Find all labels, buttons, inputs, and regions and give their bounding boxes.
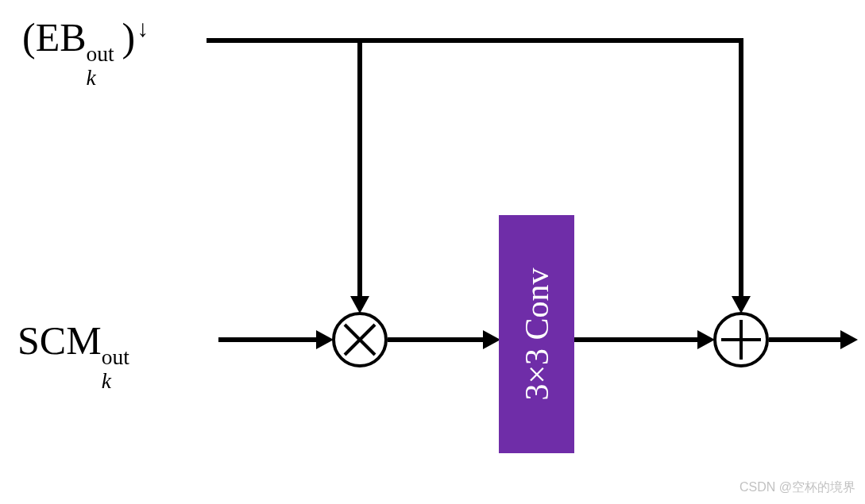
add-op xyxy=(713,312,769,367)
input-eb-label: (EB out k )↓ xyxy=(22,14,149,60)
line-eb-horizontal xyxy=(207,38,741,43)
input-scm-label: SCM out k xyxy=(17,317,137,364)
arrow-conv-to-add xyxy=(697,330,715,349)
line-add-to-output xyxy=(769,337,842,342)
scm-sup: out xyxy=(102,344,129,370)
line-eb-to-add xyxy=(739,38,743,298)
watermark-text: CSDN @空杯的境界 xyxy=(739,479,855,496)
arrow-eb-to-add xyxy=(732,296,751,314)
line-eb-to-multiply xyxy=(357,38,362,298)
line-multiply-to-conv xyxy=(388,337,485,342)
line-scm-to-multiply xyxy=(218,337,318,342)
eb-sup: out xyxy=(87,41,114,67)
eb-sub: k xyxy=(87,65,96,90)
arrow-scm-to-multiply xyxy=(316,330,334,349)
eb-suffix: ) xyxy=(122,15,136,60)
eb-down-arrow-glyph: ↓ xyxy=(137,15,149,42)
scm-prefix: SCM xyxy=(17,318,102,363)
multiply-icon xyxy=(335,315,384,364)
plus-vertical xyxy=(739,320,743,360)
eb-prefix: (EB xyxy=(22,15,87,60)
multiply-op xyxy=(332,312,388,367)
arrow-eb-to-multiply xyxy=(350,296,369,314)
arrow-output xyxy=(840,330,858,349)
diagram-stage: (EB out k )↓ SCM out k 3×3 Conv xyxy=(0,0,865,504)
conv-block-label: 3×3 Conv xyxy=(518,267,556,400)
arrow-multiply-to-conv xyxy=(483,330,500,349)
scm-sub: k xyxy=(102,368,111,394)
conv-block: 3×3 Conv xyxy=(499,215,574,453)
line-conv-to-add xyxy=(574,337,699,342)
